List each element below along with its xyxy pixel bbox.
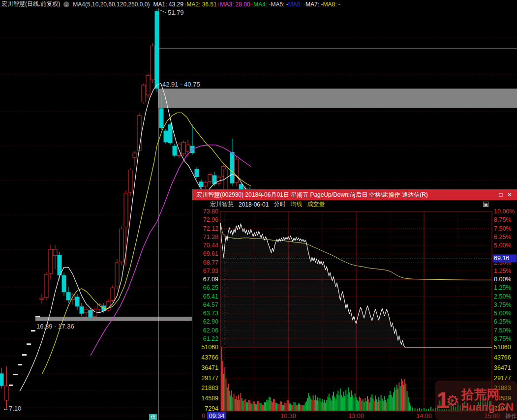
ma-value: MA8: - [323,1,340,8]
volume-bar [321,402,322,411]
volume-bar [237,400,238,411]
volume-axis-label: 29177 [201,375,218,382]
volume-bar [455,407,456,411]
volume-bar [306,401,307,411]
volume-bar [363,399,364,411]
cursor-time-label: 09:34 [209,413,224,420]
left-price-label: 65.41 [203,293,218,300]
volume-bar [348,388,349,411]
candle-body-down [230,152,235,183]
volume-bar [307,398,308,411]
stock-title[interactable]: 宏川智慧(日线.前复权) [1,0,60,8]
popup-infobar: 宏川智慧 2018-06-01 分时 均线 成交量 ▣ [192,200,517,209]
volume-bar [347,394,348,411]
volume-bar [407,391,408,411]
volume-bar [364,402,365,411]
chevron-down-icon[interactable]: ⌄ [63,1,69,7]
maximize-button[interactable]: □ [496,191,505,199]
left-price-label: 68.77 [203,259,218,266]
volume-bar [340,389,341,411]
volume-bar [342,397,343,411]
volume-bar [335,399,336,411]
ma-indicator-params[interactable]: MA4(5,10,20,60,120,250,0,0) [73,1,150,8]
candle-body-down [89,310,93,317]
message-icon[interactable]: 信 [149,414,157,420]
volume-bar [262,405,263,411]
right-pct-label: 7.50% [494,327,511,334]
close-button[interactable]: ✕ [505,191,514,199]
volume-bar [279,404,280,411]
popup-titlebar[interactable]: 宏川智慧(002930) 2018年06月01日 星期五 PageUp/Down… [192,189,517,200]
high-price-label: 51.79 [168,9,184,16]
candle-body-up [182,142,185,154]
volume-bar [350,397,351,411]
volume-bar [352,395,353,411]
volume-bar [405,384,406,411]
volume-bar [229,391,230,411]
volume-bar [329,393,330,411]
volume-bar [362,400,363,411]
intraday-chart[interactable]: 73.8072.9672.1271.2870.4469.6168.7767.93… [192,209,517,420]
layout-icon[interactable]: ▣ [483,202,488,207]
volume-bar [371,394,372,411]
candle-body-down [155,11,159,89]
resistance-zone-label: 42.91 - 40.75 [162,81,200,88]
candle-body-up [204,182,208,186]
volume-bar [491,405,492,411]
volume-axis-label: 14589 [201,395,218,402]
volume-bar [389,395,390,411]
volume-axis-label: 36471 [494,364,511,371]
right-pct-label: 6.25% [494,234,511,240]
candle-body-down [0,373,4,386]
right-pct-label: 5.00% [494,242,511,249]
candle-body-up [49,249,53,273]
volume-bar [313,395,314,411]
one-line-candle [31,330,35,331]
volume-bar [243,400,244,411]
volume-bar [274,399,275,411]
ma-values-list: MA1: 43.29↑MA2: 36.51↑MA3: 28.00↑MA4: -M… [153,1,340,8]
volume-bar [349,392,350,411]
volume-label[interactable]: 成交量 [307,200,325,209]
volume-bar [473,405,474,411]
volume-bar [298,403,299,411]
main-chart-toolbar: 宏川智慧(日线.前复权) ⌄ MA4(5,10,20,60,120,250,0,… [0,0,517,8]
volume-axis-label: 7294 [205,405,218,412]
avg-line-label[interactable]: 均线 [290,200,302,209]
high-tick [159,10,166,13]
volume-bar [333,392,334,411]
time-label: 10:30 [280,413,296,420]
volume-bar [412,407,413,411]
volume-bar [415,408,416,411]
volume-bar [374,401,375,411]
volume-bar [245,399,246,411]
volume-bar [324,400,325,411]
intraday-popup-window[interactable]: 宏川智慧(002930) 2018年06月01日 星期五 PageUp/Down… [192,189,517,420]
right-zero-label: 0.00% [494,276,511,283]
right-pct-label: 2.50% [494,293,511,300]
volume-bar [319,398,320,411]
candle-body-down [75,297,80,306]
right-pct-label: 5.00% [494,310,511,317]
volume-bar [265,402,266,411]
volume-bar [255,404,256,411]
candle-body-up [124,193,128,227]
volume-bar [424,408,425,411]
volume-bar [442,394,443,411]
volume-bar [264,402,265,411]
volume-bar [285,403,286,411]
volume-bar [365,398,365,411]
volume-bar [343,392,344,411]
popup-title: 宏川智慧(002930) 2018年06月01日 星期五 PageUp/Down… [195,191,496,199]
volume-bar [251,404,252,411]
time-label-partial: 0 [202,413,205,420]
volume-bar [375,395,376,411]
candle-body-up [120,229,123,262]
ma-value: MA3: 28.00↑ [220,1,253,8]
popup-period-label[interactable]: 分时 [274,200,285,209]
volume-bar [300,405,301,411]
volume-bar [238,395,239,411]
ma-value-text: MA5: - [271,1,288,8]
volume-bar [382,399,383,411]
volume-bar [341,395,342,411]
